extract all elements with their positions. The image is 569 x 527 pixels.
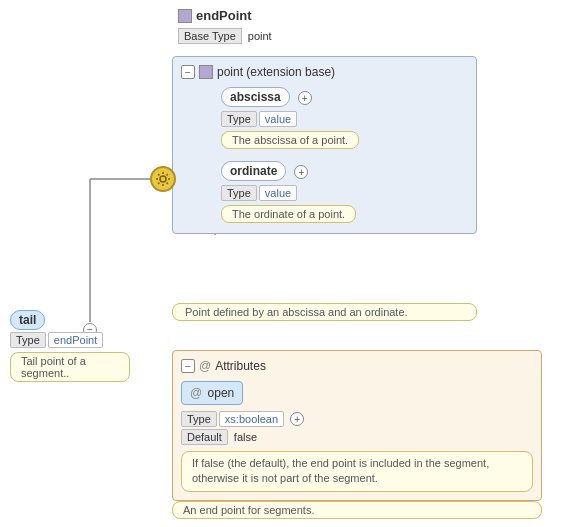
basetype-label: Base Type	[178, 28, 242, 44]
abscissa-description: The abscissa of a point.	[221, 131, 359, 149]
ordinate-description: The ordinate of a point.	[221, 205, 356, 223]
attributes-header: − @ Attributes	[181, 359, 533, 373]
ordinate-type-label: Type	[221, 185, 257, 201]
abscissa-type-row: Type value	[221, 111, 468, 127]
attr-default-label: Default	[181, 429, 228, 445]
point-collapse-btn[interactable]: −	[181, 65, 195, 79]
tail-type-value: endPoint	[48, 332, 103, 348]
point-extension-box: − point (extension base) abscissa + Type…	[172, 56, 477, 234]
abscissa-type-value: value	[259, 111, 297, 127]
endpoint-title: endPoint	[196, 8, 252, 23]
gear-svg	[155, 171, 171, 187]
attributes-collapse-btn[interactable]: −	[181, 359, 195, 373]
open-attr-at-symbol: @	[190, 386, 202, 400]
tail-field-box: tail	[10, 310, 45, 330]
ordinate-field-box: ordinate	[221, 161, 286, 181]
attr-default-value: false	[230, 430, 261, 444]
svg-point-8	[160, 176, 166, 182]
point-title: point (extension base)	[217, 65, 335, 79]
attr-type-value: xs:boolean	[219, 411, 284, 427]
basetype-row: Base Type point	[178, 28, 276, 44]
open-attr-name: open	[208, 386, 235, 400]
tail-type-label: Type	[10, 332, 46, 348]
endpoint-header: endPoint	[178, 8, 252, 23]
ordinate-type-value: value	[259, 185, 297, 201]
attr-plus-icon[interactable]: +	[290, 412, 304, 426]
tail-node: tail Type endPoint Tail point of a segme…	[10, 310, 130, 382]
abscissa-node: abscissa + Type value The abscissa of a …	[221, 87, 468, 151]
diagram-container: − endPoint Base Type point − point (exte…	[0, 0, 569, 527]
abscissa-plus-icon[interactable]: +	[298, 91, 312, 105]
attr-type-row: Type xs:boolean +	[181, 411, 533, 427]
point-global-description: Point defined by an abscissa and an ordi…	[172, 303, 477, 321]
ordinate-type-row: Type value	[221, 185, 468, 201]
attributes-box: − @ Attributes @ open Type xs:boolean + …	[172, 350, 542, 501]
ordinate-node: ordinate + Type value The ordinate of a …	[221, 161, 468, 225]
attr-type-label: Type	[181, 411, 217, 427]
bottom-description: An end point for segments.	[172, 501, 542, 519]
gear-circle	[150, 166, 176, 192]
attributes-at-icon: @	[199, 359, 211, 373]
basetype-value: point	[244, 29, 276, 43]
ordinate-plus-icon[interactable]: +	[294, 165, 308, 179]
attributes-title: Attributes	[215, 359, 266, 373]
point-icon	[199, 65, 213, 79]
tail-type-row: Type endPoint	[10, 332, 130, 348]
attr-description: If false (the default), the end point is…	[181, 451, 533, 492]
abscissa-type-label: Type	[221, 111, 257, 127]
point-box-header: − point (extension base)	[181, 65, 468, 79]
gear-connector	[150, 166, 176, 192]
attr-default-row: Default false	[181, 429, 533, 445]
abscissa-field-box: abscissa	[221, 87, 290, 107]
endpoint-icon	[178, 9, 192, 23]
open-attr-box: @ open	[181, 381, 243, 405]
connector-area: abscissa + Type value The abscissa of a …	[191, 87, 468, 225]
tail-description: Tail point of a segment..	[10, 352, 130, 382]
